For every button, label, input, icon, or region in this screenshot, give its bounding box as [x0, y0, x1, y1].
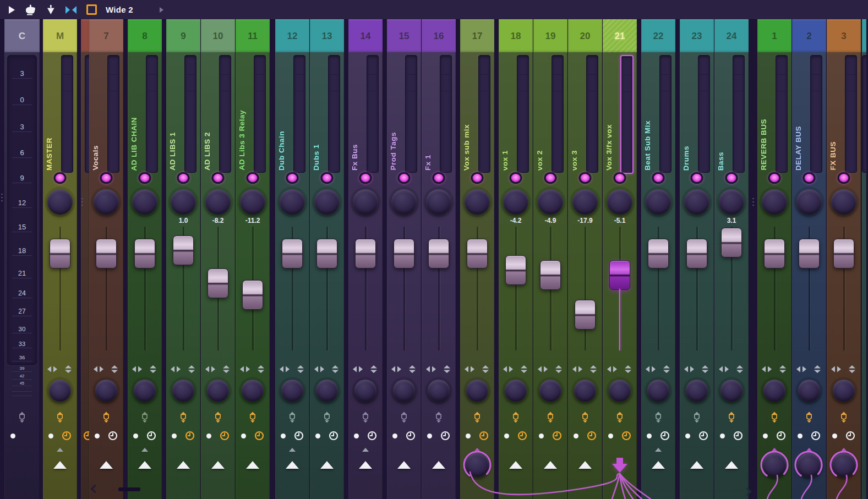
fader-handle[interactable] — [505, 255, 526, 285]
pan-knob[interactable] — [503, 189, 528, 215]
mixer-strip-16[interactable]: 16Fx 1 — [422, 19, 456, 499]
fader-handle[interactable] — [50, 239, 70, 268]
latency-clock-icon[interactable] — [329, 431, 339, 443]
clock-glyph[interactable] — [220, 431, 230, 441]
mute-led[interactable] — [544, 172, 557, 184]
fx-lamp-icon[interactable] — [287, 411, 298, 425]
strip-header[interactable]: 15 — [387, 19, 421, 52]
fader-handle[interactable] — [721, 228, 742, 257]
strip-header[interactable]: 23 — [680, 19, 714, 52]
stereo-separation-knob[interactable] — [393, 380, 415, 402]
mute-led[interactable] — [398, 172, 411, 184]
strip-header[interactable]: 1 — [757, 19, 791, 52]
route-to-master-arrow[interactable] — [320, 461, 334, 469]
strip-header[interactable]: 11 — [236, 19, 270, 52]
fx-lamp-icon[interactable] — [727, 411, 737, 425]
pan-arrows-icon[interactable] — [645, 365, 656, 373]
clock-glyph[interactable] — [660, 431, 670, 441]
peak-meter[interactable] — [845, 55, 857, 173]
fader-handle[interactable] — [428, 239, 449, 268]
fx-lamp-icon[interactable] — [769, 411, 780, 425]
fx-lamp-icon[interactable] — [101, 411, 112, 425]
pan-knob[interactable] — [314, 189, 340, 215]
route-to-master-arrow[interactable] — [544, 461, 557, 469]
mixer-strip-sliver[interactable] — [81, 19, 89, 499]
strip-header[interactable]: 10 — [201, 19, 235, 52]
route-to-master-arrow[interactable] — [432, 461, 445, 469]
separation-arrows-icon[interactable] — [63, 365, 74, 373]
mixer-layout-label[interactable]: Wide 2 — [106, 5, 133, 14]
pan-arrows-icon[interactable] — [425, 365, 436, 373]
mixer-strip-18[interactable]: 18vox 1-4.2 — [499, 19, 533, 499]
send-indicator-arrow[interactable] — [840, 448, 847, 452]
separation-arrows-icon[interactable] — [700, 365, 711, 373]
layout-next-chevron-icon[interactable] — [160, 7, 163, 13]
fader-handle[interactable] — [467, 239, 488, 268]
clock-glyph[interactable] — [698, 431, 708, 441]
latency-clock-icon[interactable] — [479, 431, 489, 443]
pan-knob[interactable] — [646, 189, 671, 215]
fader-handle[interactable] — [173, 235, 194, 265]
strip-header[interactable]: 9 — [166, 19, 200, 52]
fx-lamp-icon[interactable] — [511, 411, 521, 425]
strip-header[interactable]: 2 — [792, 19, 826, 52]
mixer-strip-3[interactable]: 3FX BUS — [827, 19, 861, 499]
latency-clock-icon[interactable] — [367, 431, 377, 443]
fx-lamp-glyph[interactable] — [248, 411, 258, 423]
latency-clock-icon[interactable] — [660, 431, 670, 443]
stereo-separation-knob[interactable] — [505, 380, 527, 402]
fx-lamp-glyph[interactable] — [399, 411, 410, 423]
mixer-strip-8[interactable]: 8AD LIB CHAIN — [128, 19, 162, 499]
mute-led[interactable] — [838, 172, 850, 184]
volume-fader[interactable] — [658, 227, 659, 350]
clock-glyph[interactable] — [776, 431, 786, 441]
strip-header[interactable]: 13 — [310, 19, 344, 52]
volume-fader[interactable] — [217, 227, 219, 350]
record-arm-dot[interactable] — [466, 434, 471, 438]
fx-lamp-icon[interactable] — [322, 411, 332, 425]
latency-clock-icon[interactable] — [220, 431, 230, 443]
separation-arrows-icon[interactable] — [553, 365, 564, 373]
mute-led[interactable] — [803, 172, 816, 184]
mixer-strip-2[interactable]: 2DELAY BUS — [792, 19, 826, 499]
stereo-separation-knob[interactable] — [281, 380, 303, 402]
mute-led[interactable] — [579, 172, 592, 184]
fader-handle[interactable] — [799, 239, 820, 268]
peak-meter[interactable] — [146, 55, 158, 173]
mute-led[interactable] — [359, 172, 372, 184]
fx-lamp-glyph[interactable] — [615, 411, 625, 423]
route-to-master-arrow[interactable] — [359, 461, 372, 469]
pan-arrows-icon[interactable] — [684, 365, 695, 373]
strip-header[interactable]: 17 — [460, 19, 494, 52]
record-arm-dot[interactable] — [574, 434, 578, 438]
fx-lamp-glyph[interactable] — [178, 411, 189, 423]
record-arm-dot[interactable] — [539, 434, 544, 438]
send-level-knob[interactable] — [465, 453, 489, 477]
pan-knob[interactable] — [47, 189, 73, 215]
latency-clock-icon[interactable] — [698, 431, 708, 443]
route-to-master-arrow[interactable] — [100, 461, 113, 469]
mute-led[interactable] — [510, 172, 522, 184]
separation-arrows-icon[interactable] — [518, 365, 529, 373]
separation-arrows-icon[interactable] — [148, 365, 159, 373]
latency-clock-icon[interactable] — [552, 431, 562, 443]
peak-meter[interactable] — [659, 55, 672, 173]
strip-header[interactable]: 12 — [275, 19, 309, 52]
volume-fader[interactable] — [183, 227, 184, 350]
peak-meter[interactable] — [698, 55, 710, 173]
fx-lamp-glyph[interactable] — [839, 411, 849, 423]
separation-arrows-icon[interactable] — [295, 365, 306, 373]
fader-handle[interactable] — [609, 260, 630, 290]
strip-header[interactable]: 8 — [128, 19, 162, 52]
stereo-separation-knob[interactable] — [172, 380, 194, 402]
peak-meter[interactable] — [219, 55, 231, 173]
pan-knob[interactable] — [719, 189, 744, 215]
stereo-separation-knob[interactable] — [95, 380, 117, 402]
stereo-separation-knob[interactable] — [242, 380, 264, 402]
record-arm-dot[interactable] — [315, 434, 320, 438]
volume-fader[interactable] — [144, 227, 146, 350]
fx-lamp-icon[interactable] — [140, 411, 150, 425]
pan-arrows-icon[interactable] — [831, 365, 842, 373]
separation-arrows-icon[interactable] — [847, 365, 858, 373]
clock-glyph[interactable] — [845, 431, 855, 441]
